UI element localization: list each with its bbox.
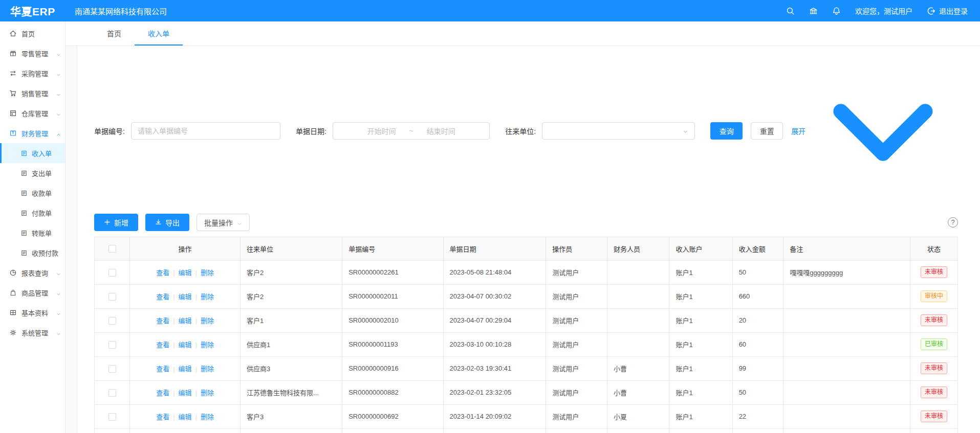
logout-button[interactable]: 退出登录: [927, 6, 968, 16]
bill-no-input[interactable]: [131, 122, 280, 140]
row-checkbox[interactable]: [108, 317, 116, 325]
cell-account: 账户1: [669, 308, 732, 332]
col-operator: 操作员: [546, 237, 607, 260]
edit-link[interactable]: 编辑: [179, 341, 192, 349]
row-checkbox[interactable]: [108, 293, 116, 301]
delete-link[interactable]: 删除: [201, 269, 214, 277]
view-link[interactable]: 查看: [156, 413, 169, 421]
delete-link[interactable]: 删除: [201, 413, 214, 421]
edit-link[interactable]: 编辑: [179, 293, 192, 301]
cell-bill-no: SR00000002011: [342, 284, 443, 308]
cell-amount: 50: [732, 260, 783, 284]
bank-icon[interactable]: [809, 7, 818, 15]
delete-link[interactable]: 删除: [201, 341, 214, 349]
delete-link[interactable]: 删除: [201, 317, 214, 325]
status-badge: 审核中: [921, 290, 947, 302]
partner-label: 往来单位:: [505, 126, 536, 136]
sidebar-item-expense-bill[interactable]: 支出单: [0, 163, 65, 183]
sidebar-item-reports[interactable]: 报表查询: [0, 263, 65, 283]
reset-button[interactable]: 重置: [751, 122, 783, 140]
view-link[interactable]: 查看: [156, 389, 169, 397]
col-amount: 收入金额: [732, 237, 783, 260]
shopping-bag-icon: [9, 289, 17, 297]
delete-link[interactable]: 删除: [201, 365, 214, 373]
batch-actions-button[interactable]: 批量操作: [197, 214, 250, 231]
view-link[interactable]: 查看: [156, 317, 169, 325]
bell-icon[interactable]: [832, 7, 841, 15]
sidebar-item-finance[interactable]: 财务管理: [0, 123, 65, 143]
sidebar-item-retail[interactable]: 零售管理: [0, 43, 65, 63]
cell-operator: 测试用户: [546, 308, 607, 332]
cell-operator: 测试用户: [546, 380, 607, 404]
edit-link[interactable]: 编辑: [179, 317, 192, 325]
sidebar-item-system[interactable]: 系统管理: [0, 323, 65, 343]
sidebar-item-home[interactable]: 首页: [0, 24, 65, 43]
cell-partner: 客户2: [241, 260, 342, 284]
view-link[interactable]: 查看: [156, 365, 169, 373]
view-link[interactable]: 查看: [156, 293, 169, 301]
sidebar-item-purchase[interactable]: 采购管理: [0, 63, 65, 83]
row-checkbox[interactable]: [108, 341, 116, 349]
sidebar-item-basic-data[interactable]: 基本资料: [0, 303, 65, 323]
view-link[interactable]: 查看: [156, 269, 169, 277]
partner-select[interactable]: [542, 122, 695, 140]
table-row: 查看|编辑|删除 供应商1 SR00000001193 2023-03-10 0…: [95, 332, 958, 356]
sidebar-item-goods[interactable]: 商品管理: [0, 283, 65, 303]
row-checkbox[interactable]: [108, 413, 116, 421]
chevron-down-icon: [808, 55, 958, 207]
tab-income-bill[interactable]: 收入单: [135, 21, 183, 45]
edit-link[interactable]: 编辑: [179, 413, 192, 421]
col-finance-staff: 财务人员: [607, 237, 669, 260]
cart-icon: [9, 89, 17, 97]
sidebar-item-advance-payment[interactable]: 收预付款: [0, 243, 65, 263]
row-checkbox[interactable]: [108, 269, 116, 277]
cell-partner: 客户1: [241, 308, 342, 332]
table-row: 查看|编辑|删除 客户1 SR00000002010 2023-04-07 00…: [95, 308, 958, 332]
status-badge: 未审核: [921, 362, 947, 374]
income-bill-panel: 单据编号: 单据日期: 开始时间 ~ 结束时间 往来单位: 查询 重置: [77, 46, 980, 433]
cell-finance-staff: [607, 260, 669, 284]
sidebar-item-transfer-bill[interactable]: 转账单: [0, 223, 65, 243]
select-all-checkbox[interactable]: [108, 245, 116, 253]
cell-partner: 客户1: [241, 428, 342, 433]
cell-amount: 22: [732, 404, 783, 428]
sidebar-item-receipt-bill[interactable]: 收款单: [0, 183, 65, 203]
sidebar-item-sales[interactable]: 销售管理: [0, 83, 65, 103]
edit-link[interactable]: 编辑: [179, 389, 192, 397]
search-icon[interactable]: [786, 7, 795, 15]
cell-remark: [783, 356, 910, 380]
cell-bill-no: SR00000002010: [342, 308, 443, 332]
edit-link[interactable]: 编辑: [179, 365, 192, 373]
bill-date-label: 单据日期:: [296, 126, 326, 136]
cell-remark: [783, 308, 910, 332]
expand-link[interactable]: 展开: [791, 55, 958, 207]
row-checkbox[interactable]: [108, 365, 116, 373]
cell-partner: 供应商3: [241, 356, 342, 380]
sidebar-item-income-bill[interactable]: 收入单: [0, 143, 65, 163]
search-button[interactable]: 查询: [710, 122, 743, 140]
date-range-input[interactable]: 开始时间 ~ 结束时间: [333, 122, 490, 140]
sidebar-item-warehouse[interactable]: 仓库管理: [0, 103, 65, 123]
row-checkbox[interactable]: [108, 389, 116, 397]
cell-finance-staff: [607, 332, 669, 356]
tab-home[interactable]: 首页: [94, 21, 135, 45]
cell-bill-date: 2023-02-03 19:30:41: [443, 356, 546, 380]
delete-link[interactable]: 删除: [201, 293, 214, 301]
cell-operator: 测试用户: [546, 356, 607, 380]
sidebar-item-payment-bill[interactable]: 付款单: [0, 203, 65, 223]
pie-chart-icon: [9, 269, 17, 277]
help-icon[interactable]: ?: [948, 217, 958, 227]
document-icon: [20, 190, 28, 197]
welcome-user-text: 欢迎您，测试用户: [855, 6, 912, 16]
chevron-down-icon: [56, 330, 61, 335]
col-bill-no: 单据编号: [342, 237, 443, 260]
cell-operator: 测试用户: [546, 260, 607, 284]
edit-link[interactable]: 编辑: [179, 269, 192, 277]
export-button[interactable]: 导出: [145, 214, 189, 231]
document-icon: [20, 249, 28, 257]
cell-account: 账户1: [669, 428, 732, 433]
delete-link[interactable]: 删除: [201, 389, 214, 397]
add-button[interactable]: 新增: [94, 214, 138, 231]
view-link[interactable]: 查看: [156, 341, 169, 349]
cell-partner: 供应商1: [241, 332, 342, 356]
